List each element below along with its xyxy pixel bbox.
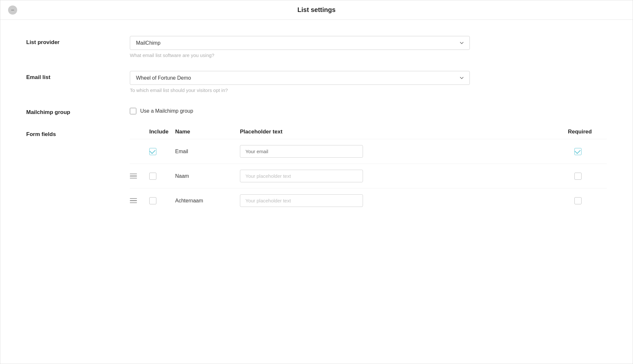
include-cell-naam[interactable]	[149, 173, 175, 180]
include-cell-email[interactable]	[149, 148, 175, 155]
placeholder-input-achternaam[interactable]	[240, 194, 363, 207]
drag-handle-achternaam	[130, 198, 149, 203]
email-list-label: Email list	[26, 71, 130, 81]
include-checkbox-email[interactable]	[149, 148, 156, 155]
include-checkbox-naam[interactable]	[149, 173, 156, 180]
email-list-select[interactable]: Wheel of Fortune Demo	[130, 71, 470, 85]
col-name: Name	[175, 129, 240, 135]
list-provider-control: MailChimp What email list software are y…	[130, 36, 607, 58]
email-list-row: Email list Wheel of Fortune Demo To whic…	[26, 71, 607, 93]
list-provider-hint: What email list software are you using?	[130, 52, 607, 58]
form-fields-section: Form fields Include Name Placeholder tex…	[26, 129, 607, 213]
table-row: Naam	[130, 164, 607, 188]
col-drag	[130, 129, 149, 135]
required-checkbox-achternaam[interactable]	[574, 197, 582, 204]
form-fields-table: Include Name Placeholder text Required E…	[130, 129, 607, 213]
placeholder-cell-achternaam[interactable]	[240, 194, 568, 207]
list-provider-label: List provider	[26, 36, 130, 46]
mailchimp-group-row: Mailchimp group Use a Mailchimp group	[26, 106, 607, 116]
mailchimp-group-checkbox-label[interactable]: Use a Mailchimp group	[130, 106, 607, 114]
col-required: Required	[568, 129, 607, 135]
table-row: Achternaam	[130, 188, 607, 213]
list-provider-row: List provider MailChimp What email list …	[26, 36, 607, 58]
mailchimp-group-checkbox[interactable]	[130, 108, 136, 114]
content-area: List provider MailChimp What email list …	[0, 20, 633, 229]
drag-line	[130, 178, 137, 179]
field-name-achternaam: Achternaam	[175, 198, 240, 204]
email-list-control: Wheel of Fortune Demo To which email lis…	[130, 71, 607, 93]
settings-window: − List settings List provider MailChimp …	[0, 0, 633, 364]
required-checkbox-email[interactable]	[574, 148, 582, 155]
minus-button[interactable]: −	[8, 6, 17, 15]
drag-line	[130, 200, 137, 201]
table-row: Email	[130, 139, 607, 164]
drag-line	[130, 174, 137, 175]
drag-line	[130, 202, 137, 203]
drag-line	[130, 176, 137, 176]
form-fields-label: Form fields	[26, 129, 130, 138]
mailchimp-group-label: Mailchimp group	[26, 106, 130, 116]
field-name-naam: Naam	[175, 173, 240, 179]
col-placeholder: Placeholder text	[240, 129, 568, 135]
include-cell-achternaam[interactable]	[149, 197, 175, 204]
col-include: Include	[149, 129, 175, 135]
required-cell-achternaam[interactable]	[568, 197, 607, 204]
required-cell-naam[interactable]	[568, 173, 607, 180]
email-list-hint: To which email list should your visitors…	[130, 87, 607, 93]
placeholder-cell-email[interactable]	[240, 145, 568, 158]
list-provider-select[interactable]: MailChimp	[130, 36, 470, 50]
required-cell-email[interactable]	[568, 148, 607, 155]
mailchimp-group-checkbox-text: Use a Mailchimp group	[140, 108, 193, 114]
table-header: Include Name Placeholder text Required	[130, 129, 607, 139]
title-bar: − List settings	[0, 0, 633, 20]
include-checkbox-achternaam[interactable]	[149, 197, 156, 204]
drag-handle-naam	[130, 174, 149, 179]
required-checkbox-naam[interactable]	[574, 173, 582, 180]
field-name-email: Email	[175, 149, 240, 154]
drag-line	[130, 198, 137, 199]
placeholder-cell-naam[interactable]	[240, 170, 568, 182]
placeholder-input-naam[interactable]	[240, 170, 363, 182]
page-title: List settings	[298, 6, 336, 14]
mailchimp-group-control: Use a Mailchimp group	[130, 106, 607, 114]
placeholder-input-email[interactable]	[240, 145, 363, 158]
